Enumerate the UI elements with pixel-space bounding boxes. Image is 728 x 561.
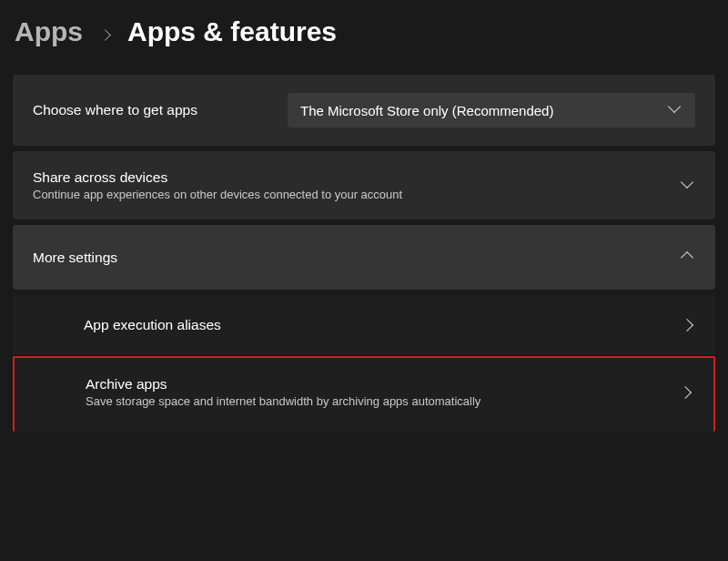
chevron-up-icon	[682, 249, 695, 266]
breadcrumb: Apps Apps & features	[13, 16, 715, 47]
app-execution-aliases-row[interactable]: App execution aliases	[13, 295, 715, 356]
breadcrumb-parent-link[interactable]: Apps	[15, 16, 83, 47]
page-title: Apps & features	[127, 16, 337, 47]
chevron-right-icon	[101, 21, 109, 45]
more-settings-row[interactable]: More settings	[13, 225, 715, 290]
app-source-dropdown[interactable]: The Microsoft Store only (Recommended)	[288, 93, 695, 128]
choose-apps-card: Choose where to get apps The Microsoft S…	[13, 75, 715, 146]
choose-apps-label: Choose where to get apps	[33, 102, 197, 118]
chevron-right-icon	[682, 317, 695, 333]
share-devices-desc: Continue app experiences on other device…	[33, 188, 402, 201]
more-settings-title: More settings	[33, 250, 117, 266]
app-execution-aliases-title: App execution aliases	[84, 317, 221, 333]
app-source-selected: The Microsoft Store only (Recommended)	[300, 103, 553, 118]
archive-apps-row[interactable]: Archive apps Save storage space and inte…	[13, 356, 715, 432]
chevron-down-icon	[682, 178, 695, 194]
share-devices-title: Share across devices	[33, 169, 402, 186]
archive-apps-desc: Save storage space and internet bandwidt…	[86, 394, 480, 408]
share-across-devices-row[interactable]: Share across devices Continue app experi…	[13, 151, 715, 219]
archive-apps-title: Archive apps	[86, 376, 480, 393]
chevron-right-icon	[681, 384, 693, 401]
chevron-down-icon	[670, 102, 682, 118]
